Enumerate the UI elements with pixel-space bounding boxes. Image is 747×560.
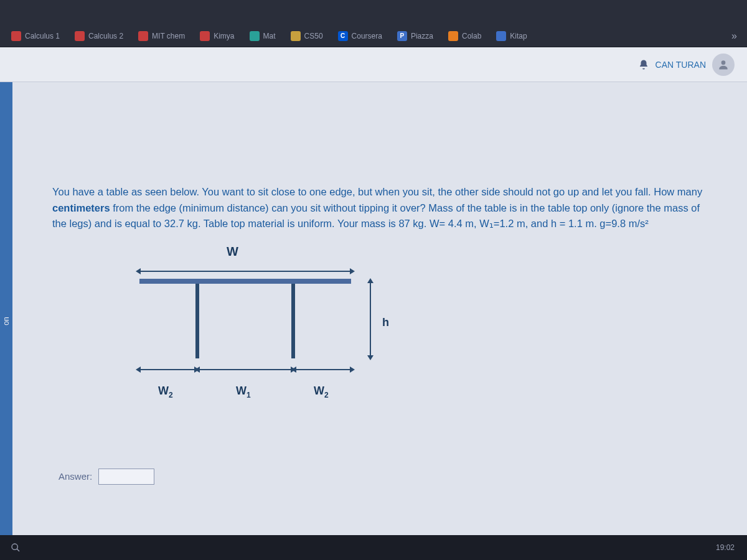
colab-icon (448, 31, 458, 41)
question-text: You have a table as seen below. You want… (52, 184, 713, 232)
table-leg-left (195, 284, 199, 358)
windows-taskbar: 19:02 (0, 535, 747, 560)
w1-arrow (199, 369, 292, 370)
svg-point-0 (721, 60, 726, 65)
bookmark-label: CS50 (304, 32, 323, 40)
shield-icon (291, 31, 301, 41)
answer-label: Answer: (59, 471, 92, 482)
w2-right-arrow (295, 369, 351, 370)
bookmark-mitchem[interactable]: MIT chem (132, 29, 191, 44)
bookmark-label: Kitap (510, 32, 527, 40)
table-top (139, 279, 351, 284)
piazza-icon: P (397, 31, 407, 41)
table-leg-right (291, 284, 295, 358)
bookmark-label: Mat (263, 32, 276, 40)
youtube-icon (200, 31, 210, 41)
bookmark-cs50[interactable]: CS50 (284, 29, 329, 44)
bookmarks-bar: Calculus 1 Calculus 2 MIT chem Kimya Mat… (0, 25, 747, 47)
bookmark-label: Kimya (214, 32, 234, 40)
youtube-icon (11, 31, 21, 41)
avatar[interactable] (712, 54, 735, 76)
bookmark-piazza[interactable]: P Piazza (391, 29, 439, 44)
page-content: CAN TURAN on You have a table as seen be… (0, 47, 747, 560)
width-label: W (227, 245, 238, 259)
bottom-dimensions (139, 369, 351, 370)
bookmark-colab[interactable]: Colab (442, 29, 487, 44)
bookmark-label: Coursera (352, 32, 382, 40)
bookmark-label: Colab (462, 32, 481, 40)
w2-right-label: W2 (314, 385, 329, 399)
bookmark-kitap[interactable]: Kitap (490, 29, 533, 44)
bookmark-calculus2[interactable]: Calculus 2 (68, 29, 129, 44)
svg-point-1 (12, 544, 17, 549)
width-dimension-arrow (139, 271, 351, 272)
bookmarks-overflow[interactable]: » (726, 28, 742, 44)
bookmark-label: Piazza (411, 32, 433, 40)
youtube-icon (75, 31, 85, 41)
book-icon (496, 31, 506, 41)
page-header: CAN TURAN (0, 47, 747, 82)
search-icon[interactable] (6, 538, 25, 557)
w1-label: W1 (236, 385, 251, 399)
bookmark-label: Calculus 1 (25, 32, 60, 40)
bookmark-calculus1[interactable]: Calculus 1 (5, 29, 66, 44)
height-label: h (382, 316, 389, 329)
bookmark-mat[interactable]: Mat (243, 29, 282, 44)
table-diagram: W h W2 W1 W2 (102, 245, 413, 431)
browser-chrome (0, 0, 747, 25)
user-name: CAN TURAN (655, 60, 706, 70)
answer-input[interactable] (98, 469, 154, 485)
w2-left-label: W2 (158, 385, 173, 399)
bookmark-kimya[interactable]: Kimya (194, 29, 240, 44)
bookmark-label: MIT chem (152, 32, 185, 40)
w2-left-arrow (139, 369, 195, 370)
answer-row: Answer: (59, 469, 713, 485)
bookmark-coursera[interactable]: C Coursera (332, 29, 388, 44)
youtube-icon (138, 31, 148, 41)
question-card: You have a table as seen below. You want… (37, 172, 728, 497)
sidebar-label: on (2, 317, 11, 325)
chevron-right-icon: » (731, 30, 737, 41)
height-dimension-arrow (370, 282, 371, 357)
folder-icon (250, 31, 260, 41)
sidebar-nav[interactable]: on (0, 82, 12, 560)
bookmark-label: Calculus 2 (88, 32, 123, 40)
notifications-icon[interactable] (638, 59, 649, 70)
coursera-icon: C (338, 31, 348, 41)
svg-line-2 (17, 549, 19, 551)
taskbar-clock[interactable]: 19:02 (716, 543, 741, 552)
